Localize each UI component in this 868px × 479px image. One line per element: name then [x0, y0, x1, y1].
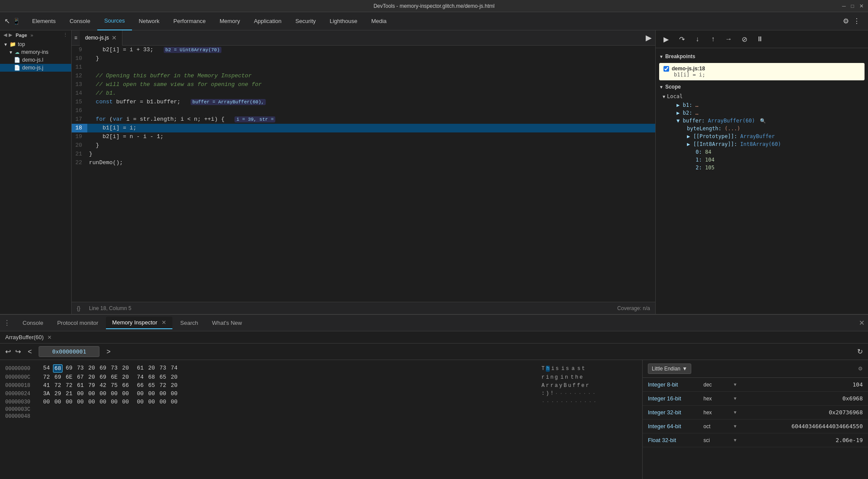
hex-row-18: 00000018 41 72 72 61 79 42 75 66 66 65 7… [5, 382, 637, 389]
redo-btn[interactable]: ↪ [15, 347, 21, 356]
bottom-tab-console[interactable]: Console [17, 317, 50, 329]
scope-item-prototype[interactable]: ▶ [[Prototype]]: ArrayBuffer [680, 132, 865, 140]
devtools-mobile-icon[interactable]: 📱 [13, 18, 20, 25]
editor-panel: ≡ demo-js.js ✕ ▶ 9 b2[i] = i + 33; b2 = … [72, 30, 655, 314]
line-column: Line 18, Column 5 [89, 305, 131, 311]
nav-next-btn[interactable]: > [104, 347, 113, 357]
resume-btn[interactable]: ▶ [660, 33, 672, 45]
editor-tab-close[interactable]: ✕ [112, 34, 117, 41]
tree-item-memory-ins[interactable]: ▼ ☁ memory-ins [0, 48, 71, 56]
mem-buffer-label: ArrayBuffer(60) [5, 334, 44, 340]
memory-inspector-tab-close[interactable]: ✕ [162, 319, 166, 326]
breakpoints-section-header[interactable]: ▼ Breakpoints [659, 52, 865, 61]
debugger-content: ▼ Breakpoints demo-js.js:18 b1[i] = i; ▼… [656, 48, 868, 314]
scope-item-0: 0: 84 [689, 148, 865, 156]
editor-tab-demo-js[interactable]: demo-js.js ✕ [80, 30, 122, 46]
file-tree-nav-back[interactable]: ◀ [3, 32, 7, 38]
status-format[interactable]: {} [77, 305, 80, 311]
code-line-17: 17 for (var i = str.length; i < n; ++i) … [72, 115, 655, 124]
deactivate-breakpoints-btn[interactable]: ⊘ [738, 33, 750, 45]
refresh-btn[interactable]: ↻ [857, 347, 863, 356]
editor-tab-label: demo-js.js [85, 35, 109, 41]
breakpoint-checkbox[interactable] [663, 66, 669, 72]
more-options-btn[interactable]: ⋮ [63, 32, 68, 38]
tree-item-demo-js-j[interactable]: 📄 demo-js.j [0, 64, 71, 72]
scope-item-buffer[interactable]: ▼ buffer: ArrayBuffer(60) 🔍 [670, 117, 865, 125]
code-line-15: 15 const buffer = b1.buffer; buffer = Ar… [72, 98, 655, 106]
endian-dropdown[interactable]: Little Endian ▼ [648, 363, 691, 374]
bottom-more-icon[interactable]: ⋮ [3, 319, 10, 327]
endian-chevron: ▼ [682, 366, 687, 372]
int32-format-dropdown[interactable]: ▼ [733, 410, 737, 415]
hex-ascii-24: : ) ! · · · · · · · · · [541, 390, 637, 397]
scope-item-b2[interactable]: ▶ b2: … [670, 109, 865, 117]
scope-item-int8array[interactable]: ▶ [[Int8Array]]: Int8Array(60) [680, 140, 865, 148]
tree-item-demo-js-l[interactable]: 📄 demo-js.l [0, 56, 71, 64]
int64-format-dropdown[interactable]: ▼ [733, 424, 737, 429]
step-btn[interactable]: → [723, 33, 735, 45]
mem-buffer-close[interactable]: ✕ [47, 334, 52, 340]
folder-icon: 📁 [10, 41, 16, 47]
bottom-tab-label: Protocol monitor [57, 320, 99, 326]
minimize-btn[interactable]: ─ [842, 3, 846, 9]
settings-icon[interactable]: ⚙ [843, 17, 849, 25]
pause-exceptions-btn[interactable]: ⏸ [754, 33, 766, 45]
tab-sources[interactable]: Sources [97, 12, 132, 30]
undo-btn[interactable]: ↩ [5, 347, 11, 356]
window-title-bar: DevTools - memory-inspector.glitch.me/de… [0, 0, 868, 12]
bottom-tab-search[interactable]: Search [174, 317, 204, 329]
scope-section-header[interactable]: ▼ Scope [659, 82, 865, 92]
bottom-tab-whats-new[interactable]: What's New [206, 317, 248, 329]
scope-buffer-children: byteLength: (...) ▶ [[Prototype]]: Array… [670, 125, 865, 172]
more-options-icon[interactable]: ⋮ [853, 17, 860, 25]
tab-lighthouse[interactable]: Lighthouse [323, 12, 364, 30]
tab-security[interactable]: Security [288, 12, 323, 30]
breakpoint-code: b1[i] = i; [663, 72, 860, 78]
bottom-tab-label: Memory Inspector [112, 319, 157, 326]
hex-view[interactable]: 00000000 54 68 69 73 20 69 73 20 61 20 7… [0, 360, 642, 479]
tab-application[interactable]: Application [247, 12, 289, 30]
bottom-tab-protocol[interactable]: Protocol monitor [51, 317, 105, 329]
int8-format-dropdown[interactable]: ▼ [733, 382, 737, 387]
tab-media[interactable]: Media [364, 12, 393, 30]
tab-network[interactable]: Network [132, 12, 167, 30]
maximize-btn[interactable]: □ [851, 3, 854, 9]
window-title: DevTools - memory-inspector.glitch.me/de… [373, 3, 495, 9]
tab-console[interactable]: Console [63, 12, 97, 30]
close-btn[interactable]: ✕ [859, 3, 864, 9]
step-into-btn[interactable]: ↓ [691, 33, 703, 45]
step-out-btn[interactable]: ↑ [707, 33, 719, 45]
scope-item-b1[interactable]: ▶ b1: … [670, 101, 865, 109]
tree-item-label: demo-js.l [22, 57, 43, 63]
float32-format-dropdown[interactable]: ▼ [733, 438, 737, 443]
step-over-btn[interactable]: ↷ [676, 33, 688, 45]
scope-item-2: 2: 105 [689, 164, 865, 172]
run-btn[interactable]: ▶ [646, 33, 652, 43]
file-tree-panel: ◀ ▶ Page » ⋮ ▼ 📁 top ▼ ☁ memory-ins 📄 de… [0, 30, 72, 314]
local-header[interactable]: ▼ Local [663, 92, 865, 101]
memory-icon[interactable]: 🔍 [760, 118, 766, 124]
editor-sidebar-toggle[interactable]: ≡ [72, 35, 80, 41]
breakpoint-item: demo-js.js:18 b1[i] = i; [659, 63, 865, 80]
int16-format-dropdown[interactable]: ▼ [733, 396, 737, 401]
tab-performance[interactable]: Performance [166, 12, 212, 30]
tab-memory[interactable]: Memory [213, 12, 247, 30]
tab-elements[interactable]: Elements [25, 12, 63, 30]
tree-item-top[interactable]: ▼ 📁 top [0, 40, 71, 48]
code-editor[interactable]: 9 b2[i] = i + 33; b2 = Uint8Array(70) 10… [72, 46, 655, 302]
file-tree-nav-forward[interactable]: ▶ [9, 32, 12, 38]
devtools-cursor-icon[interactable]: ↖ [4, 17, 10, 25]
bottom-panel-close[interactable]: ✕ [859, 319, 865, 327]
bottom-tab-label: Search [180, 320, 198, 326]
scope-item-bytelength[interactable]: byteLength: (...) [680, 125, 865, 132]
hex-ascii-30: · · · · · · · · · · · · [541, 399, 637, 405]
mem-type-panel: Little Endian ▼ ⚙ Integer 8-bit dec ▼ 10… [642, 360, 868, 479]
page-chevron[interactable]: » [30, 33, 33, 38]
mem-settings-icon[interactable]: ⚙ [858, 366, 863, 372]
bottom-area: ⋮ Console Protocol monitor Memory Inspec… [0, 314, 868, 479]
hex-address-input[interactable] [39, 346, 99, 357]
nav-prev-btn[interactable]: < [25, 347, 34, 357]
breakpoint-file: demo-js.js:18 [672, 66, 705, 72]
bottom-tab-memory-inspector[interactable]: Memory Inspector ✕ [106, 317, 172, 329]
memory-buffer-header: ArrayBuffer(60) ✕ [0, 331, 868, 344]
